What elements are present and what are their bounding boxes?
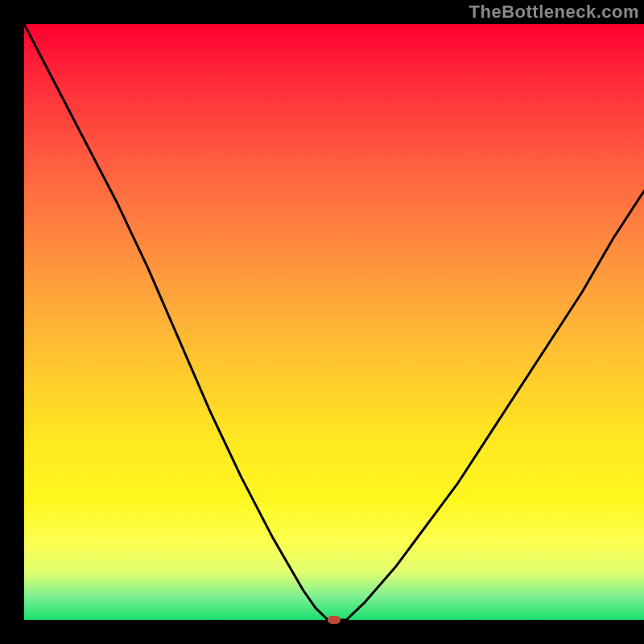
plot-area <box>24 24 644 620</box>
optimal-point-marker <box>328 616 341 624</box>
chart-frame: TheBottleneck.com <box>0 0 644 644</box>
watermark-text: TheBottleneck.com <box>469 2 639 23</box>
bottleneck-curve <box>24 24 644 620</box>
